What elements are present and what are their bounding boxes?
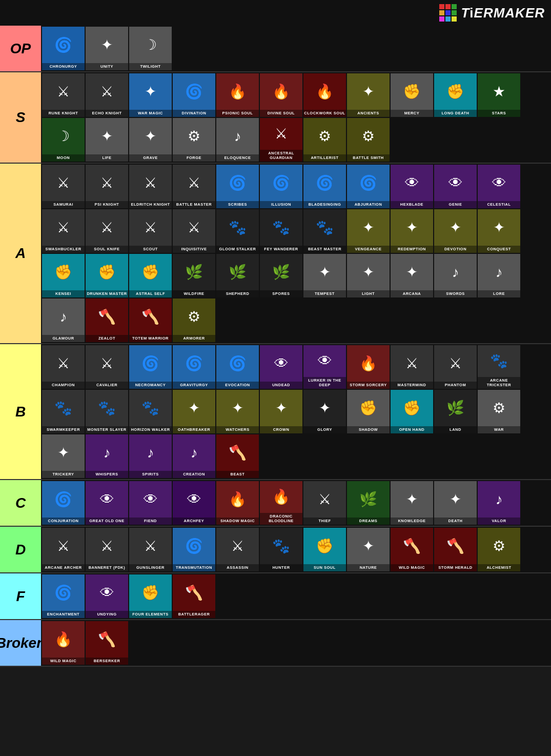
card-draconic-bloodline[interactable]: 🔥Draconic Bloodline	[260, 481, 302, 525]
card-alchemist[interactable]: ⚙Alchemist	[478, 528, 520, 571]
card-arcane-trickster[interactable]: 🐾Arcane Trickster	[478, 345, 520, 389]
card-swarmkeeper[interactable]: 🐾Swarmkeeper	[42, 390, 85, 433]
card-creation[interactable]: ♪Creation	[173, 434, 215, 478]
card-unity[interactable]: ✦Unity	[86, 27, 128, 70]
card-lore[interactable]: ♪Lore	[478, 254, 520, 297]
card-kensei[interactable]: ✊Kensei	[42, 254, 85, 297]
card-conquest[interactable]: ✦Conquest	[478, 209, 520, 253]
card-arcana[interactable]: ✦Arcana	[391, 254, 433, 297]
card-inquisitive[interactable]: ⚔Inquisitive	[173, 209, 215, 253]
card-beast-master[interactable]: 🐾Beast Master	[303, 209, 346, 253]
card-fey-wanderer[interactable]: 🐾Fey Wanderer	[260, 209, 302, 253]
card-battle-master[interactable]: ⚔Battle Master	[173, 165, 215, 208]
card-fiend[interactable]: 👁Fiend	[129, 481, 172, 525]
card-genie[interactable]: 👁Genie	[434, 165, 477, 208]
card-vengeance[interactable]: ✦Vengeance	[347, 209, 390, 253]
card-shepherd[interactable]: 🌿Shepherd	[216, 254, 259, 297]
card-nature[interactable]: ✦Nature	[347, 528, 390, 571]
card-knowledge[interactable]: ✦Knowledge	[391, 481, 433, 525]
card-long-death[interactable]: ✊Long Death	[434, 73, 477, 117]
card-beast[interactable]: 🪓Beast	[216, 434, 259, 478]
card-hexblade[interactable]: 👁Hexblade	[391, 165, 433, 208]
card-war-magic[interactable]: ✦War Magic	[129, 73, 172, 117]
card-psi-knight[interactable]: ⚔Psi Knight	[86, 165, 128, 208]
card-shadow[interactable]: ✊Shadow	[347, 390, 390, 433]
card-samurai[interactable]: ⚔Samurai	[42, 165, 85, 208]
card-divine-soul[interactable]: 🔥Divine Soul	[260, 73, 302, 117]
card-devotion[interactable]: ✦Devotion	[434, 209, 477, 253]
card-spores[interactable]: 🌿Spores	[260, 254, 302, 297]
card-moon[interactable]: ☽Moon	[42, 118, 85, 162]
card-archfey[interactable]: 👁Archfey	[173, 481, 215, 525]
card-horizon-walker[interactable]: 🐾Horizon Walker	[129, 390, 172, 433]
card-tempest[interactable]: ✦Tempest	[303, 254, 346, 297]
card-gloom-stalker[interactable]: 🐾Gloom Stalker	[216, 209, 259, 253]
card-sun-soul[interactable]: ✊Sun Soul	[303, 528, 346, 571]
card-enchantment[interactable]: 🌀Enchantment	[42, 574, 85, 618]
card-storm-sorcery[interactable]: 🔥Storm Sorcery	[347, 345, 390, 389]
card-evocation[interactable]: 🌀Evocation	[216, 345, 259, 389]
card-glamour[interactable]: ♪Glamour	[42, 299, 85, 342]
card-hunter[interactable]: 🐾Hunter	[260, 528, 302, 571]
card-eloquence[interactable]: ♪Eloquence	[216, 118, 259, 162]
card-open-hand[interactable]: ✊Open Hand	[391, 390, 433, 433]
card-armorer[interactable]: ⚙Armorer	[173, 299, 215, 342]
card-war[interactable]: ⚙War	[478, 390, 520, 433]
card-oathbreaker[interactable]: ✦Oathbreaker	[173, 390, 215, 433]
card-graviturgy[interactable]: 🌀Graviturgy	[173, 345, 215, 389]
card-totem-warrior[interactable]: 🪓Totem Warrior	[129, 299, 172, 342]
card-swashbuckler[interactable]: ⚔Swashbuckler	[42, 209, 85, 253]
card-death[interactable]: ✦Death	[434, 481, 477, 525]
card-crown[interactable]: ✦Crown	[260, 390, 302, 433]
card-necromancy[interactable]: 🌀Necromancy	[129, 345, 172, 389]
card-banneret-pdk[interactable]: ⚔Banneret (PDK)	[86, 528, 128, 571]
card-soul-knife[interactable]: ⚔Soul Knife	[86, 209, 128, 253]
card-assassin[interactable]: ⚔Assassin	[216, 528, 259, 571]
card-life[interactable]: ✦Life	[86, 118, 128, 162]
card-psionic-soul[interactable]: 🔥Psionic Soul	[216, 73, 259, 117]
card-eldritch-knight[interactable]: ⚔Eldritch Knight	[129, 165, 172, 208]
card-trickery[interactable]: ✦Trickery	[42, 434, 85, 478]
card-land[interactable]: 🌿Land	[434, 390, 477, 433]
card-stars[interactable]: ★Stars	[478, 73, 520, 117]
card-grave[interactable]: ✦Grave	[129, 118, 172, 162]
card-wild-magic[interactable]: 🔥Wild Magic	[42, 621, 85, 665]
card-cavalier[interactable]: ⚔Cavalier	[86, 345, 128, 389]
card-spirits[interactable]: ♪Spirits	[129, 434, 172, 478]
card-undying[interactable]: 👁Undying	[86, 574, 128, 618]
card-wild-magic[interactable]: 🪓Wild Magic	[391, 528, 433, 571]
card-twilight[interactable]: ☽Twilight	[129, 27, 172, 70]
card-dreams[interactable]: 🌿Dreams	[347, 481, 390, 525]
card-illusion[interactable]: 🌀Illusion	[260, 165, 302, 208]
card-chronurgy[interactable]: 🌀Chronurgy	[42, 27, 85, 70]
card-zealot[interactable]: 🪓Zealot	[86, 299, 128, 342]
card-light[interactable]: ✦Light	[347, 254, 390, 297]
card-glory[interactable]: ✦Glory	[303, 390, 346, 433]
card-watchers[interactable]: ✦Watchers	[216, 390, 259, 433]
card-celestial[interactable]: 👁Celestial	[478, 165, 520, 208]
card-mercy[interactable]: ✊Mercy	[391, 73, 433, 117]
card-astral-self[interactable]: ✊Astral Self	[129, 254, 172, 297]
card-battlerager[interactable]: 🪓Battlerager	[173, 574, 215, 618]
card-ancients[interactable]: ✦Ancients	[347, 73, 390, 117]
card-wildfire[interactable]: 🌿Wildfire	[173, 254, 215, 297]
card-ancestral-guardian[interactable]: ⚔Ancestral Guardian	[260, 118, 302, 162]
card-whispers[interactable]: ♪Whispers	[86, 434, 128, 478]
card-shadow-magic[interactable]: 🔥Shadow Magic	[216, 481, 259, 525]
card-rune-knight[interactable]: ⚔Rune Knight	[42, 73, 85, 117]
card-great-old-one[interactable]: 👁Great Old One	[86, 481, 128, 525]
card-undead[interactable]: 👁Undead	[260, 345, 302, 389]
card-redemption[interactable]: ✦Redemption	[391, 209, 433, 253]
card-champion[interactable]: ⚔Champion	[42, 345, 85, 389]
card-divination[interactable]: 🌀Divination	[173, 73, 215, 117]
card-arcane-archer[interactable]: ⚔Arcane Archer	[42, 528, 85, 571]
card-clockwork-soul[interactable]: 🔥Clockwork Soul	[303, 73, 346, 117]
card-echo-knight[interactable]: ⚔Echo Knight	[86, 73, 128, 117]
card-battle-smith[interactable]: ⚙Battle Smith	[347, 118, 390, 162]
card-berserker[interactable]: 🪓Berserker	[86, 621, 128, 665]
card-four-elements[interactable]: ✊Four Elements	[129, 574, 172, 618]
card-abjuration[interactable]: 🌀Abjuration	[347, 165, 390, 208]
card-valor[interactable]: ♪Valor	[478, 481, 520, 525]
card-artillerist[interactable]: ⚙Artillerist	[303, 118, 346, 162]
card-scribes[interactable]: 🌀Scribes	[216, 165, 259, 208]
